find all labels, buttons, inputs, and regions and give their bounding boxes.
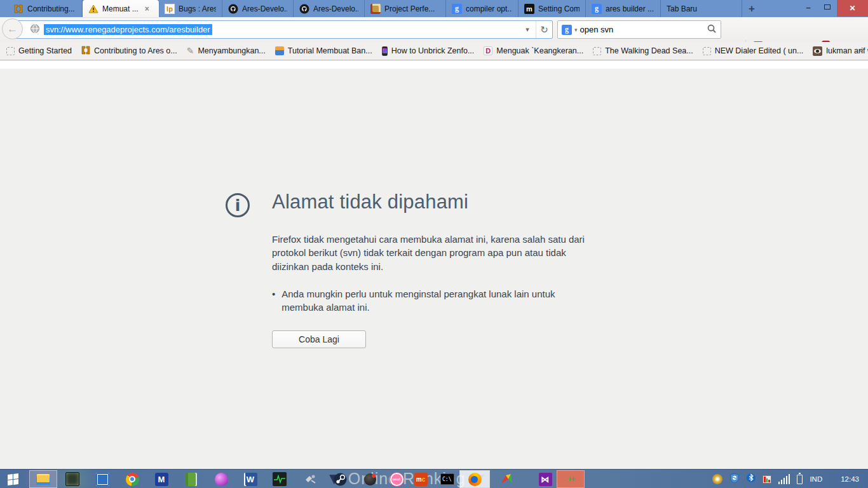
feather-icon: ✎: [187, 46, 194, 56]
tab-ares-devel-1[interactable]: Ares-Develo...: [222, 0, 294, 17]
tab-tab-baru[interactable]: Tab Baru: [661, 0, 742, 17]
taskbar-chrome-icon[interactable]: [125, 471, 140, 487]
taskbar-media-converter-icon[interactable]: mc: [413, 471, 428, 487]
taskbar-book-icon[interactable]: [184, 471, 199, 487]
signal-bars-icon[interactable]: [778, 474, 790, 484]
language-indicator[interactable]: IND: [810, 475, 822, 483]
tab-ares-devel-2[interactable]: Ares-Develo...: [294, 0, 365, 17]
bookmark-label: Getting Started: [18, 46, 72, 55]
taskbar-game-icon[interactable]: [65, 471, 80, 487]
bookmark-tutorial-membuat[interactable]: Tutorial Membuat Ban...: [275, 46, 372, 55]
info-icon: i: [226, 193, 250, 217]
tab-setting-com[interactable]: m Setting Com...: [519, 0, 586, 17]
tab-memuat-active[interactable]: Memuat ... ×: [83, 0, 159, 17]
bookmark-menguak[interactable]: D Menguak `Keangkeran...: [484, 46, 583, 55]
error-page: i Alamat tidak dipahami Firefox tidak me…: [0, 69, 868, 469]
bookmarks-toolbar: Getting Started Contributing to Ares o..…: [0, 42, 868, 60]
taskbar: ▼Online Ranking▼ M W osu! mc C:\: [0, 469, 868, 488]
ppm-icon: [370, 4, 381, 14]
error-bullet-text: Anda mungkin perlu untuk menginstal pera…: [281, 287, 571, 315]
antivirus-shield-icon[interactable]: [729, 473, 740, 486]
google-engine-icon[interactable]: g: [562, 25, 572, 35]
search-magnifier-icon[interactable]: [707, 24, 717, 36]
taskbar-word-icon[interactable]: W: [243, 471, 258, 487]
bookmark-menyambungkan[interactable]: ✎ Menyambungkan...: [187, 46, 266, 56]
firefox-icon: [468, 473, 482, 486]
error-title: Alamat tidak dipahami: [272, 191, 594, 214]
bookmark-label: Contributing to Ares o...: [94, 46, 177, 55]
tab-title: Setting Com...: [538, 4, 580, 13]
cd-tray-icon[interactable]: [712, 474, 722, 484]
system-tray: IND 12:43: [712, 470, 863, 488]
taskbar-irfanview-icon[interactable]: [499, 471, 515, 487]
start-button[interactable]: [5, 471, 20, 487]
close-button[interactable]: ✕: [837, 0, 868, 17]
content-top-strip: [0, 61, 868, 69]
tab-title: Ares-Develo...: [242, 4, 287, 13]
taskbar-devices-icon[interactable]: [95, 471, 110, 487]
restore-button[interactable]: [818, 0, 837, 14]
url-history-dropdown-icon[interactable]: ▾: [519, 21, 536, 38]
tab-close-icon[interactable]: ×: [145, 4, 149, 13]
bookmark-contributing-ares[interactable]: Contributing to Ares o...: [81, 46, 177, 57]
desktop: Contributing... Memuat ... × lp Bugs : A…: [0, 0, 868, 488]
traffic-monitor-icon[interactable]: [763, 475, 771, 484]
tab-strip: Contributing... Memuat ... × lp Bugs : A…: [8, 0, 761, 17]
phone-icon: [382, 46, 388, 56]
alert-app-icon: ++: [567, 475, 574, 484]
new-tab-button[interactable]: +: [742, 0, 761, 17]
browser-titlebar: Contributing... Memuat ... × lp Bugs : A…: [0, 0, 868, 17]
taskbar-monitor-icon[interactable]: [272, 471, 287, 487]
taskbar-osu-icon[interactable]: osu!: [389, 471, 404, 487]
taskbar-dark-orb-icon[interactable]: [362, 471, 377, 487]
tab-ares-builder[interactable]: g ares builder ...: [586, 0, 661, 17]
search-query[interactable]: open svn: [580, 25, 704, 34]
bookmark-label: NEW Dialer Edited ( un...: [715, 46, 804, 55]
bookmark-label: Menguak `Keangkeran...: [496, 46, 583, 55]
url-text-selected[interactable]: svn://www.renegadeprojects.com/aresbuild…: [44, 24, 212, 35]
taskbar-alert-app[interactable]: ++: [557, 470, 585, 488]
ares-icon: [81, 46, 90, 57]
ares-icon: [13, 4, 24, 14]
letter-d-icon: D: [484, 46, 492, 55]
taskbar-firefox-active[interactable]: [459, 470, 490, 488]
tab-title: Contributing...: [27, 4, 75, 13]
file-explorer-icon: [36, 474, 50, 485]
bullet-icon: •: [272, 287, 275, 315]
minimize-button[interactable]: –: [799, 0, 818, 14]
taskbar-steam-icon[interactable]: [332, 471, 348, 487]
taskbar-explorer-active[interactable]: [29, 470, 57, 488]
default-bookmark-icon: [6, 47, 15, 55]
bookmark-getting-started[interactable]: Getting Started: [6, 46, 72, 55]
back-button[interactable]: ←: [2, 18, 23, 39]
eye-icon: [813, 46, 822, 56]
engine-dropdown-icon[interactable]: ▾: [574, 27, 578, 33]
tab-compiler-opt[interactable]: g compiler opt...: [446, 0, 519, 17]
window-controls: – ✕: [799, 0, 868, 17]
bookmark-label: Tutorial Membuat Ban...: [288, 46, 372, 55]
retry-button[interactable]: Coba Lagi: [272, 330, 366, 348]
battery-icon[interactable]: [797, 475, 803, 484]
clock[interactable]: 12:43: [841, 475, 859, 483]
tab-project-perfect[interactable]: Project Perfe...: [365, 0, 446, 17]
tab-bugs-ares[interactable]: lp Bugs : Ares: [159, 0, 222, 17]
taskbar-satellite-icon[interactable]: [303, 471, 318, 487]
bookmark-new-dialer[interactable]: NEW Dialer Edited ( un...: [703, 46, 804, 55]
bookmark-label: The Walking Dead Sea...: [605, 46, 693, 55]
taskbar-m-app-icon[interactable]: M: [154, 471, 169, 487]
taskbar-orb-icon[interactable]: [214, 471, 229, 487]
taskbar-purple-app-icon[interactable]: ⋈: [538, 471, 553, 487]
taskbar-cmd-icon[interactable]: C:\: [440, 471, 455, 487]
reload-icon[interactable]: ↻: [536, 21, 552, 38]
bookmark-unbrick-zenfone[interactable]: How to Unbrick Zenfo...: [382, 46, 475, 56]
bluetooth-icon[interactable]: [747, 473, 756, 485]
search-input[interactable]: g ▾ open svn: [557, 20, 721, 39]
default-bookmark-icon: [593, 47, 601, 55]
bookmark-walking-dead[interactable]: The Walking Dead Sea...: [593, 46, 693, 55]
bookmark-label: Menyambungkan...: [198, 46, 265, 55]
tab-contributing[interactable]: Contributing...: [8, 0, 83, 17]
bookmarks-overflow-icon[interactable]: »: [858, 45, 863, 55]
navigation-toolbar: ← svn://www.renegadeprojects.com/aresbui…: [0, 17, 868, 42]
url-input[interactable]: svn://www.renegadeprojects.com/aresbuild…: [13, 20, 553, 39]
tab-title: Project Perfe...: [384, 4, 435, 13]
